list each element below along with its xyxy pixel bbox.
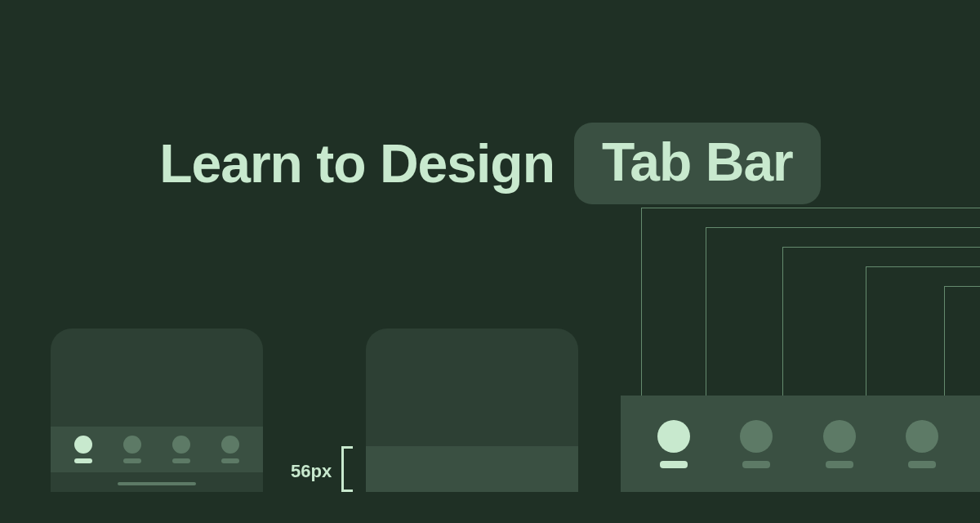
anatomy-outline-4 <box>866 266 980 396</box>
tab-label-placeholder <box>826 461 853 468</box>
tab-bar-items <box>51 427 263 472</box>
tab-item-3 <box>172 436 190 463</box>
tab-label-placeholder <box>172 458 190 463</box>
tab-label-placeholder <box>221 458 239 463</box>
tab-icon-placeholder <box>740 420 773 453</box>
examples-row: 56px <box>0 311 980 523</box>
title-highlight-pill: Tab Bar <box>574 123 821 204</box>
tab-icon-placeholder <box>74 436 92 454</box>
dimension-label: 56px <box>291 461 332 482</box>
tab-icon-placeholder <box>657 420 690 453</box>
dimension-bracket-icon <box>341 446 353 492</box>
tab-icon-placeholder <box>906 420 938 453</box>
tab-icon-placeholder <box>123 436 141 454</box>
tab-icon-placeholder <box>221 436 239 454</box>
anatomy-outline-2 <box>706 227 980 396</box>
tab-label-placeholder <box>908 461 936 468</box>
tab-label-placeholder <box>660 461 688 468</box>
tab-label-placeholder <box>74 458 92 463</box>
tab-item-2 <box>740 420 773 468</box>
tab-item-1 <box>657 420 690 468</box>
phone-mock-height-spec <box>366 329 578 492</box>
title-plain-text: Learn to Design <box>159 132 555 194</box>
tab-bar-anatomy <box>621 396 980 492</box>
anatomy-outline-1 <box>641 208 980 396</box>
home-indicator <box>118 482 196 485</box>
tab-icon-placeholder <box>823 420 856 453</box>
tab-label-placeholder <box>123 458 141 463</box>
tab-item-3 <box>823 420 856 468</box>
page-title: Learn to Design Tab Bar <box>0 123 980 204</box>
tab-label-placeholder <box>742 461 770 468</box>
anatomy-outline-3 <box>782 247 980 396</box>
tab-item-1 <box>74 436 92 463</box>
phone-mock-with-tabs <box>51 329 263 492</box>
tab-icon-placeholder <box>172 436 190 454</box>
tab-item-2 <box>123 436 141 463</box>
tab-item-4 <box>221 436 239 463</box>
tab-item-4 <box>906 420 938 468</box>
anatomy-outline-5 <box>944 286 980 396</box>
tab-bar-items <box>621 396 980 492</box>
tab-bar-background <box>366 446 578 492</box>
